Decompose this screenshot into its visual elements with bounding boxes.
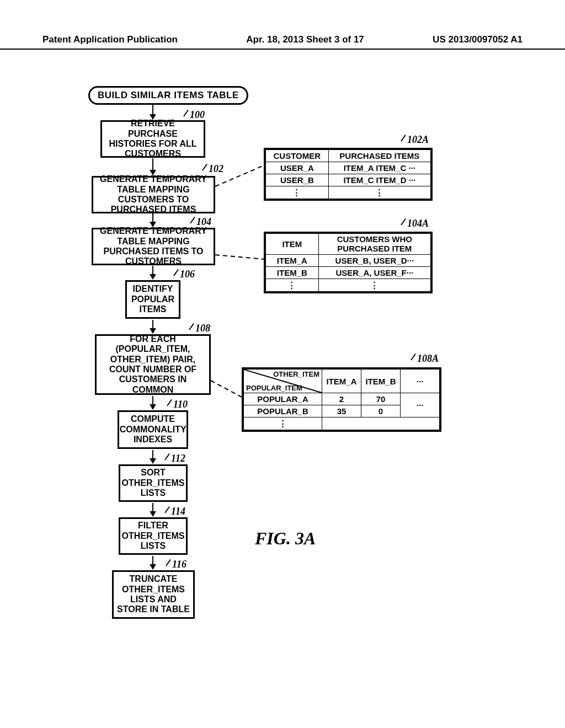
step-102: GENERATE TEMPORARY TABLE MAPPING CUSTOME… (92, 176, 215, 213)
step-112-text: SORT OTHER_ITEMS LISTS (122, 468, 185, 498)
arrow (152, 158, 153, 175)
header-left: Patent Application Publication (42, 34, 178, 45)
step-100-text: RETRIEVE PURCHASE HISTORIES FOR ALL CUST… (105, 119, 200, 159)
table-104A: ITEM CUSTOMERS WHO PURCHASED ITEM ITEM_A… (264, 232, 433, 293)
tick (189, 323, 194, 330)
step-108-text: FOR EACH (POPULAR_ITEM, OTHER_ITEM) PAIR… (100, 334, 206, 395)
step-112: SORT OTHER_ITEMS LISTS (119, 464, 188, 502)
tick (164, 506, 170, 513)
tick (190, 217, 195, 224)
t108A-diag-bottom: POPULAR_ITEM (246, 384, 302, 392)
t104A-h2: CUSTOMERS WHO PURCHASED ITEM (318, 234, 430, 255)
t102A-h1: CUSTOMER (266, 150, 329, 162)
tick (401, 218, 406, 226)
tick (401, 135, 406, 142)
step-114: FILTER OTHER_ITEMS LISTS (119, 517, 188, 555)
header-right: US 2013/0097052 A1 (433, 34, 523, 45)
ref-114: 114 (171, 506, 185, 517)
tick (167, 399, 172, 406)
tick (164, 453, 170, 461)
table-102A: CUSTOMER PURCHASED ITEMS USER_A ITEM_A I… (264, 148, 433, 201)
t102A-h2: PURCHASED ITEMS (328, 150, 430, 162)
tick (173, 269, 179, 276)
figure-label: FIG. 3A (255, 528, 316, 549)
vdots: ⋮ (328, 186, 430, 199)
ref-106: 106 (180, 269, 195, 280)
step-110-text: COMPUTE COMMONALITY INDEXES (120, 414, 186, 445)
arrow (152, 503, 153, 516)
t108A-c2: ITEM_B (361, 370, 401, 393)
arrow (152, 556, 153, 569)
vdots: ⋮ (244, 417, 322, 430)
step-114-text: FILTER OTHER_ITEMS LISTS (122, 521, 185, 551)
t108A-diag-top: OTHER_ITEM (273, 370, 319, 378)
t102A-r2c1: USER_B (266, 174, 329, 186)
ref-108A: 108A (417, 353, 439, 365)
table-108A: OTHER_ITEM POPULAR_ITEM ITEM_A ITEM_B ··… (242, 367, 441, 432)
t108A-r2c1: 35 (322, 405, 361, 417)
step-106: IDENTIFY POPULAR ITEMS (125, 280, 180, 319)
vdots: ⋮ (266, 279, 319, 292)
page-header: Patent Application Publication Apr. 18, … (0, 34, 565, 50)
t108A-r1c2: 70 (361, 393, 401, 405)
t102A-r2c2: ITEM_C ITEM_D ··· (328, 174, 430, 186)
vdots: ⋮ (266, 186, 329, 199)
svg-line-2 (215, 255, 264, 259)
t102A-r1c2: ITEM_A ITEM_C ··· (328, 162, 430, 174)
t108A-c3: ··· (401, 370, 440, 393)
arrow (152, 320, 153, 333)
t108A-r1c1: 2 (322, 393, 361, 405)
ref-116: 116 (172, 559, 186, 570)
vdots: ⋮ (318, 279, 430, 292)
ref-104: 104 (196, 216, 211, 228)
t108A-r2c3: ··· (401, 393, 440, 417)
t104A-r2c1: ITEM_B (266, 267, 319, 279)
ref-102: 102 (209, 163, 223, 175)
flow-title: BUILD SIMILAR ITEMS TABLE (88, 86, 248, 105)
ref-100: 100 (190, 109, 205, 121)
svg-line-3 (211, 381, 242, 397)
page: Patent Application Publication Apr. 18, … (0, 0, 565, 728)
step-108: FOR EACH (POPULAR_ITEM, OTHER_ITEM) PAIR… (95, 334, 211, 395)
ref-110: 110 (173, 399, 188, 410)
step-104-text: GENERATE TEMPORARY TABLE MAPPING PURCHAS… (97, 226, 210, 267)
blank (322, 417, 440, 430)
t108A-r2: POPULAR_B (244, 405, 322, 417)
t104A-h1: ITEM (266, 234, 319, 255)
header-center: Apr. 18, 2013 Sheet 3 of 17 (246, 34, 364, 45)
ref-112: 112 (171, 453, 185, 464)
arrow (152, 266, 153, 279)
step-116-text: TRUNCATE OTHER_ITEMS LISTS AND STORE IN … (117, 574, 190, 615)
t104A-r2c2: USER_A, USER_F··· (318, 267, 430, 279)
step-110: COMPUTE COMMONALITY INDEXES (118, 410, 188, 449)
tick (183, 110, 189, 117)
tick (166, 559, 171, 566)
t104A-r1c1: ITEM_A (266, 255, 319, 267)
arrow (152, 450, 153, 463)
ref-104A: 104A (407, 218, 429, 229)
t102A-r1c1: USER_A (266, 162, 329, 174)
step-104: GENERATE TEMPORARY TABLE MAPPING PURCHAS… (92, 228, 215, 265)
t108A-c1: ITEM_A (322, 370, 361, 393)
ref-108: 108 (195, 323, 210, 334)
t108A-r1: POPULAR_A (244, 393, 322, 405)
t108A-r2c2: 0 (361, 405, 401, 417)
arrow (152, 213, 153, 227)
ref-102A: 102A (407, 134, 429, 146)
t104A-r1c2: USER_B, USER_D··· (318, 255, 430, 267)
step-116: TRUNCATE OTHER_ITEMS LISTS AND STORE IN … (112, 570, 195, 619)
step-100: RETRIEVE PURCHASE HISTORIES FOR ALL CUST… (100, 120, 205, 158)
connector-lines (0, 0, 565, 728)
step-102-text: GENERATE TEMPORARY TABLE MAPPING CUSTOME… (97, 174, 210, 215)
arrow (152, 396, 153, 409)
arrow (152, 105, 153, 119)
tick (411, 354, 416, 361)
step-106-text: IDENTIFY POPULAR ITEMS (130, 284, 175, 314)
tick (202, 164, 207, 171)
